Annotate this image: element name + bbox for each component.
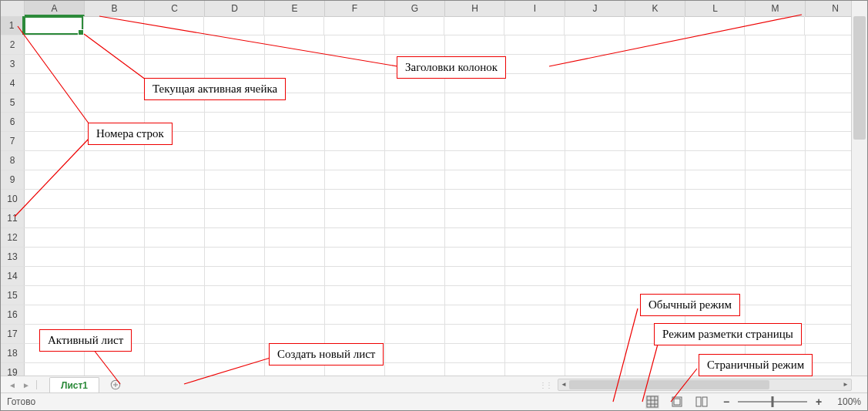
cell[interactable] bbox=[25, 228, 85, 247]
cell[interactable] bbox=[145, 286, 205, 305]
cell[interactable] bbox=[25, 286, 85, 305]
cell[interactable] bbox=[746, 132, 806, 150]
cell[interactable] bbox=[145, 305, 205, 324]
cell[interactable] bbox=[505, 190, 565, 208]
column-header[interactable]: K bbox=[625, 1, 685, 16]
cell[interactable] bbox=[205, 248, 265, 266]
cell[interactable] bbox=[625, 74, 685, 93]
row-header[interactable]: 1 bbox=[1, 16, 24, 35]
cell[interactable] bbox=[505, 228, 565, 247]
cell[interactable] bbox=[145, 248, 205, 266]
cell[interactable] bbox=[85, 55, 145, 73]
cell[interactable] bbox=[565, 209, 625, 227]
cell[interactable] bbox=[385, 35, 445, 54]
cell[interactable] bbox=[625, 132, 685, 150]
cell[interactable] bbox=[505, 151, 565, 170]
cell[interactable] bbox=[685, 132, 746, 150]
cell[interactable] bbox=[445, 113, 505, 131]
cell[interactable] bbox=[505, 74, 565, 93]
cell[interactable] bbox=[505, 267, 565, 285]
tab-split-gripper[interactable]: ⋮⋮ bbox=[539, 381, 551, 389]
cell[interactable] bbox=[205, 286, 265, 305]
cell[interactable] bbox=[384, 16, 444, 35]
column-header[interactable]: C bbox=[145, 1, 205, 16]
cell[interactable] bbox=[565, 132, 625, 150]
cell[interactable] bbox=[85, 248, 145, 266]
cell[interactable] bbox=[685, 151, 746, 170]
cell[interactable] bbox=[24, 16, 84, 35]
cell[interactable] bbox=[565, 93, 625, 112]
cell[interactable] bbox=[565, 248, 625, 266]
column-header[interactable]: E bbox=[265, 1, 325, 16]
row-header[interactable]: 14 bbox=[1, 267, 25, 285]
sheet-nav-prev[interactable]: ◄ bbox=[5, 379, 19, 391]
cell[interactable] bbox=[145, 190, 205, 208]
cell[interactable] bbox=[625, 267, 685, 285]
cell[interactable] bbox=[85, 267, 145, 285]
row-header[interactable]: 5 bbox=[1, 93, 25, 112]
new-sheet-button[interactable] bbox=[107, 376, 124, 393]
cell[interactable] bbox=[625, 209, 685, 227]
cell[interactable] bbox=[445, 132, 505, 150]
cell[interactable] bbox=[445, 248, 505, 266]
cell[interactable] bbox=[565, 190, 625, 208]
cell[interactable] bbox=[625, 228, 685, 247]
cell[interactable] bbox=[746, 286, 806, 305]
zoom-slider-thumb[interactable] bbox=[772, 396, 774, 407]
cell[interactable] bbox=[325, 113, 385, 131]
cell[interactable] bbox=[25, 305, 85, 324]
zoom-in-button[interactable]: + bbox=[813, 396, 824, 408]
cell[interactable] bbox=[685, 190, 746, 208]
cell[interactable] bbox=[25, 209, 85, 227]
row-header[interactable]: 9 bbox=[1, 170, 25, 189]
row-header[interactable]: 10 bbox=[1, 190, 25, 208]
cell[interactable] bbox=[565, 228, 625, 247]
cell[interactable] bbox=[205, 344, 265, 362]
cell[interactable] bbox=[565, 35, 625, 54]
cell[interactable] bbox=[565, 151, 625, 170]
cell[interactable] bbox=[746, 190, 806, 208]
cell[interactable] bbox=[265, 228, 325, 247]
cell[interactable] bbox=[204, 16, 264, 35]
cell[interactable] bbox=[565, 267, 625, 285]
horizontal-scroll-thumb[interactable] bbox=[569, 380, 769, 389]
cell[interactable] bbox=[746, 93, 806, 112]
cell[interactable] bbox=[265, 248, 325, 266]
cell[interactable] bbox=[145, 228, 205, 247]
cell[interactable] bbox=[325, 55, 385, 73]
cell[interactable] bbox=[505, 286, 565, 305]
cell[interactable] bbox=[265, 190, 325, 208]
cell[interactable] bbox=[445, 286, 505, 305]
cell[interactable] bbox=[505, 55, 565, 73]
cell[interactable] bbox=[25, 35, 85, 54]
cell[interactable] bbox=[85, 74, 145, 93]
column-header[interactable]: J bbox=[565, 1, 625, 16]
cell[interactable] bbox=[385, 170, 445, 189]
cell[interactable] bbox=[445, 267, 505, 285]
cell[interactable] bbox=[745, 16, 805, 35]
cell[interactable] bbox=[625, 35, 685, 54]
cell[interactable] bbox=[445, 209, 505, 227]
column-header[interactable]: F bbox=[325, 1, 385, 16]
cell[interactable] bbox=[205, 35, 265, 54]
select-all-corner[interactable] bbox=[1, 1, 25, 16]
cell[interactable] bbox=[325, 35, 385, 54]
cell[interactable] bbox=[325, 132, 385, 150]
cell[interactable] bbox=[746, 305, 806, 324]
cell[interactable] bbox=[205, 132, 265, 150]
cell[interactable] bbox=[565, 55, 625, 73]
row-header[interactable]: 3 bbox=[1, 55, 25, 73]
cell[interactable] bbox=[625, 93, 685, 112]
sheet-nav-next[interactable]: ► bbox=[19, 379, 33, 391]
cell[interactable] bbox=[685, 113, 746, 131]
cell[interactable] bbox=[746, 35, 806, 54]
cell[interactable] bbox=[625, 190, 685, 208]
cell[interactable] bbox=[85, 151, 145, 170]
column-header[interactable]: A bbox=[25, 1, 85, 16]
column-header[interactable]: I bbox=[505, 1, 565, 16]
cell[interactable] bbox=[145, 151, 205, 170]
cell[interactable] bbox=[85, 35, 145, 54]
cell[interactable] bbox=[505, 132, 565, 150]
cell[interactable] bbox=[445, 35, 505, 54]
cell[interactable] bbox=[265, 209, 325, 227]
